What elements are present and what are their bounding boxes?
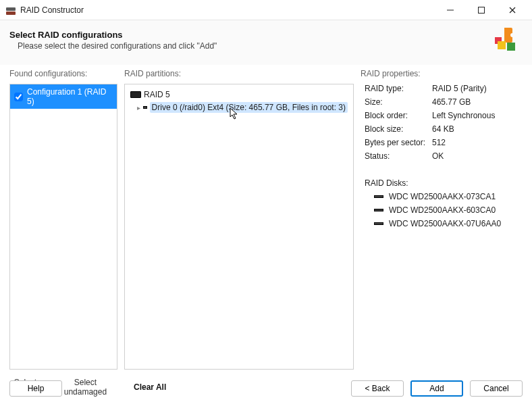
titlebar: RAID Constructor bbox=[0, 0, 532, 20]
close-button[interactable] bbox=[497, 1, 528, 20]
prop-value: 512 bbox=[432, 138, 446, 147]
raid-disks-label: RAID Disks: bbox=[365, 178, 408, 188]
svg-rect-1 bbox=[6, 11, 16, 15]
configuration-checkbox[interactable] bbox=[14, 93, 23, 101]
raid-properties-column: RAID properties: RAID type: RAID 5 (Pari… bbox=[361, 69, 523, 370]
minimize-button[interactable] bbox=[435, 1, 466, 20]
add-button[interactable]: Add bbox=[410, 380, 463, 397]
page-title: Select RAID configurations bbox=[9, 30, 217, 40]
raid-properties-list: RAID type: RAID 5 (Parity) Size: 465.77 … bbox=[361, 84, 523, 228]
raid-partitions-tree[interactable]: RAID 5 ▸ Drive 0 (/raid0) Ext4 (Size: 46… bbox=[124, 84, 354, 370]
prop-key: Bytes per sector: bbox=[365, 138, 432, 147]
prop-bytes-per-sector: Bytes per sector: 512 bbox=[365, 138, 523, 147]
back-button[interactable]: < Back bbox=[351, 380, 404, 397]
page-header: Select RAID configurations Please select… bbox=[0, 20, 532, 65]
prop-value: RAID 5 (Parity) bbox=[432, 84, 487, 93]
header-text: Select RAID configurations Please select… bbox=[9, 30, 217, 51]
raid-disks-header: RAID Disks: bbox=[365, 178, 523, 188]
prop-value: OK bbox=[432, 151, 444, 161]
tree-root-label: RAID 5 bbox=[144, 90, 170, 99]
tree-child[interactable]: ▸ Drive 0 (/raid0) Ext4 (Size: 465.77 GB… bbox=[128, 101, 350, 114]
prop-size: Size: 465.77 GB bbox=[365, 97, 523, 107]
help-button[interactable]: Help bbox=[9, 380, 62, 397]
found-configurations-label: Found configurations: bbox=[9, 69, 117, 78]
raid-disk-label: WDC WD2500AAKX-07U6AA0 bbox=[389, 219, 501, 228]
partition-tree: RAID 5 ▸ Drive 0 (/raid0) Ext4 (Size: 46… bbox=[125, 84, 353, 118]
drive-icon bbox=[374, 195, 383, 198]
prop-raid-type: RAID type: RAID 5 (Parity) bbox=[365, 84, 523, 93]
raid-disk-label: WDC WD2500AAKX-073CA1 bbox=[389, 192, 496, 201]
cancel-button[interactable]: Cancel bbox=[470, 380, 523, 397]
tree-child-label: Drive 0 (/raid0) Ext4 (Size: 465.77 GB, … bbox=[150, 102, 348, 113]
prop-block-size: Block size: 64 KB bbox=[365, 124, 523, 134]
configuration-item[interactable]: Configuration 1 (RAID 5) bbox=[10, 84, 117, 109]
svg-rect-0 bbox=[6, 7, 16, 11]
disk-icon bbox=[130, 91, 141, 98]
raid-disk-item: WDC WD2500AAKX-07U6AA0 bbox=[365, 219, 523, 228]
page-subtitle: Please select the desired configurations… bbox=[18, 41, 217, 51]
drive-icon bbox=[374, 209, 383, 211]
raid-properties-label: RAID properties: bbox=[361, 69, 523, 78]
raid-partitions-label: RAID partitions: bbox=[124, 69, 354, 78]
prop-key: Status: bbox=[365, 151, 432, 161]
found-configurations-list[interactable]: Configuration 1 (RAID 5) bbox=[9, 84, 117, 370]
dialog-buttons: Help < Back Add Cancel bbox=[0, 380, 532, 402]
titlebar-left: RAID Constructor bbox=[5, 5, 84, 16]
prop-value: 64 KB bbox=[432, 124, 454, 134]
window-title: RAID Constructor bbox=[20, 5, 84, 15]
prop-value: Left Synchronous bbox=[432, 111, 495, 120]
raid-disk-label: WDC WD2500AAKX-603CA0 bbox=[389, 205, 496, 215]
prop-key: Size: bbox=[365, 97, 432, 107]
svg-rect-3 bbox=[479, 7, 485, 13]
app-icon bbox=[5, 5, 16, 16]
prop-key: Block size: bbox=[365, 124, 432, 134]
prop-status: Status: OK bbox=[365, 151, 523, 161]
prop-key: RAID type: bbox=[365, 84, 432, 93]
prop-key: Block order: bbox=[365, 111, 432, 120]
raid-disk-item: WDC WD2500AAKX-073CA1 bbox=[365, 192, 523, 201]
maximize-button[interactable] bbox=[466, 1, 497, 20]
configuration-label: Configuration 1 (RAID 5) bbox=[27, 87, 113, 106]
raid-disk-item: WDC WD2500AAKX-603CA0 bbox=[365, 205, 523, 215]
drive-icon bbox=[143, 106, 147, 109]
main-content: Found configurations: Configuration 1 (R… bbox=[0, 65, 532, 370]
chevron-right-icon[interactable]: ▸ bbox=[137, 104, 140, 111]
prop-value: 465.77 GB bbox=[432, 97, 471, 107]
drive-icon bbox=[374, 222, 383, 225]
found-configurations-column: Found configurations: Configuration 1 (R… bbox=[9, 69, 117, 370]
raid-partitions-column: RAID partitions: RAID 5 ▸ Drive 0 (/raid… bbox=[124, 69, 354, 370]
window-controls bbox=[435, 1, 528, 20]
prop-block-order: Block order: Left Synchronous bbox=[365, 111, 523, 120]
puzzle-icon bbox=[491, 26, 523, 54]
tree-root[interactable]: RAID 5 bbox=[128, 89, 350, 101]
